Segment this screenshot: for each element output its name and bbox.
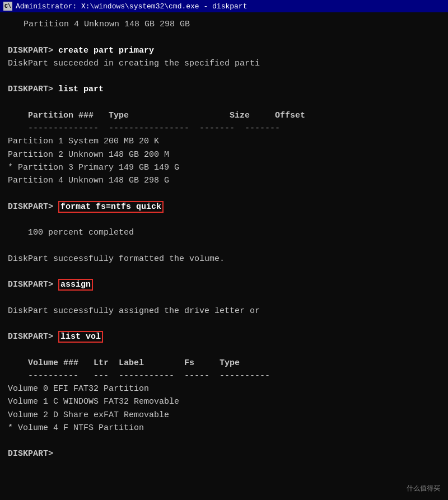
- terminal-line: DiskPart successfully formatted the volu…: [8, 253, 440, 265]
- terminal-line: Partition 2 Unknown 148 GB 200 M: [8, 148, 440, 161]
- terminal-line: DISKPART> list vol: [8, 330, 440, 343]
- terminal-line: DISKPART>: [8, 447, 440, 460]
- terminal-line: Volume 1 C WINDOWS FAT32 Removable: [8, 395, 440, 408]
- terminal-line: Partition 4 Unknown 148 GB 298 GB: [8, 18, 440, 31]
- terminal-line: [8, 213, 440, 226]
- cmd-icon: C\: [3, 2, 12, 11]
- terminal-window: Partition 4 Unknown 148 GB 298 GB DISKPA…: [0, 12, 448, 500]
- terminal-line: Partition ### Type Size Offset: [8, 109, 440, 122]
- terminal-line: Partition 1 System 200 MB 20 K: [8, 135, 440, 148]
- terminal-line: DISKPART> create part primary: [8, 44, 440, 57]
- terminal-line: ---------- --- ----------- ----- -------…: [8, 370, 440, 382]
- terminal-line: [8, 265, 440, 278]
- terminal-line: [8, 343, 440, 356]
- title-bar: C\ Administrator: X:\windows\system32\cm…: [0, 0, 448, 12]
- terminal-line: DISKPART> assign: [8, 278, 440, 291]
- terminal-line: DiskPart succeeded in creating the speci…: [8, 57, 440, 70]
- terminal-line: [8, 317, 440, 330]
- terminal-line: -------------- ---------------- ------- …: [8, 122, 440, 135]
- terminal-line: Volume ### Ltr Label Fs Type: [8, 357, 440, 370]
- terminal-line: [8, 434, 440, 447]
- terminal-line: 100 percent completed: [8, 226, 440, 239]
- terminal-line: * Volume 4 F NTFS Partition: [8, 422, 440, 434]
- watermark: 什么值得买: [407, 484, 440, 493]
- terminal-line: [8, 31, 440, 44]
- terminal-line: DISKPART> list part: [8, 83, 440, 96]
- terminal-line: [8, 187, 440, 200]
- window-title: Administrator: X:\windows\system32\cmd.e…: [16, 2, 247, 11]
- terminal-line: [8, 291, 440, 304]
- terminal-line: Volume 0 EFI FAT32 Partition: [8, 382, 440, 395]
- terminal-line: DiskPart successfully assigned the drive…: [8, 305, 440, 317]
- terminal-line: [8, 239, 440, 252]
- terminal-line: Partition 4 Unknown 148 GB 298 G: [8, 174, 440, 187]
- terminal-line: [8, 70, 440, 83]
- terminal-line: [8, 96, 440, 109]
- terminal-line: DISKPART> format fs=ntfs quick: [8, 200, 440, 213]
- terminal-line: Volume 2 D Share exFAT Removable: [8, 409, 440, 422]
- terminal-line: * Partition 3 Primary 149 GB 149 G: [8, 161, 440, 174]
